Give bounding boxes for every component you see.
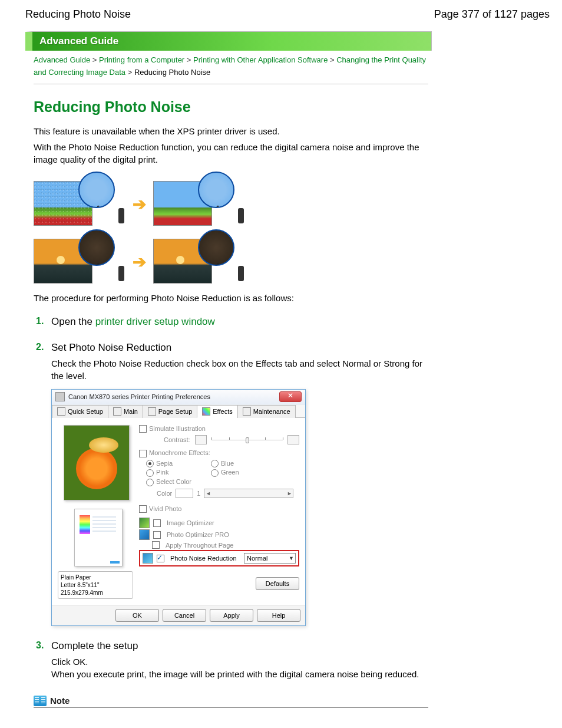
dialog-tabs: Quick Setup Main Page Setup Effects Main… (52, 404, 305, 418)
tab-icon (148, 407, 156, 416)
help-button[interactable]: Help (257, 609, 300, 622)
dialog-title: Canon MX870 series Printer Printing Pref… (68, 393, 276, 400)
tab-effects[interactable]: Effects (197, 405, 237, 418)
page-title: Reducing Photo Noise (34, 98, 428, 116)
image-optimizer-icon (139, 518, 150, 528)
paper-type: Plain Paper (61, 574, 130, 581)
printer-icon (55, 392, 65, 401)
color-value: 1 (197, 490, 200, 497)
color-swatch[interactable] (176, 489, 193, 498)
preview-page (74, 509, 123, 566)
note-label: Note (50, 696, 70, 706)
preview-photo (64, 425, 130, 500)
noise-level-value: Normal (247, 555, 267, 562)
photo-optimizer-label: Photo Optimizer PRO (167, 531, 229, 538)
breadcrumb-link-advanced-guide[interactable]: Advanced Guide (34, 55, 90, 64)
radio-green-label: Green (221, 469, 239, 476)
step-2: 2. Set Photo Noise Reduction Check the P… (34, 342, 428, 626)
breadcrumb-link-printing-other-app[interactable]: Printing with Other Application Software (193, 55, 328, 64)
photo-noise-reduction-highlight: Photo Noise Reduction Normal ▼ (139, 550, 299, 566)
procedure-intro: The procedure for performing Photo Noise… (34, 292, 428, 304)
printer-driver-setup-link[interactable]: printer driver setup window (95, 316, 215, 327)
step-3-body-1: Click OK. (51, 655, 428, 668)
tab-maintenance[interactable]: Maintenance (237, 405, 296, 418)
monochrome-effects-checkbox[interactable] (139, 450, 147, 457)
tab-quick-setup[interactable]: Quick Setup (52, 405, 108, 418)
radio-select-color[interactable] (146, 479, 154, 486)
radio-sepia-label: Sepia (156, 460, 173, 467)
illus-magnifier-icon (78, 172, 115, 208)
illus-handle-icon (118, 266, 125, 284)
color-scrollbar[interactable]: ◄ ► (204, 489, 293, 498)
radio-blue-label: Blue (221, 460, 234, 467)
simulate-illustration-checkbox[interactable] (139, 425, 147, 433)
step-2-title: Set Photo Noise Reduction (51, 342, 428, 354)
breadcrumb-sep: > (330, 55, 335, 64)
apply-button[interactable]: Apply (210, 609, 253, 622)
photo-optimizer-checkbox[interactable] (153, 531, 161, 539)
noise-level-dropdown[interactable]: Normal ▼ (244, 553, 296, 564)
defaults-button[interactable]: Defaults (256, 577, 299, 590)
close-icon[interactable]: ✕ (279, 391, 302, 402)
step-3: 3. Complete the setup Click OK. When you… (34, 640, 428, 680)
contrast-slider[interactable] (211, 436, 283, 444)
page-header-title: Reducing Photo Noise (25, 8, 131, 21)
apply-throughout-checkbox[interactable] (152, 541, 160, 549)
photo-noise-icon (143, 553, 153, 564)
note-heading: Note (34, 694, 428, 708)
radio-pink-label: Pink (156, 469, 168, 476)
arrow-icon: ➔ (133, 195, 146, 214)
illus-magnifier-icon (78, 229, 115, 266)
photo-optimizer-icon (139, 529, 150, 540)
breadcrumb-current: Reducing Photo Noise (134, 68, 210, 77)
printer-preferences-dialog: Canon MX870 series Printer Printing Pref… (51, 389, 306, 626)
arrow-icon: ➔ (133, 252, 146, 272)
contrast-dark-icon (195, 435, 207, 444)
photo-noise-checkbox[interactable] (157, 555, 164, 562)
breadcrumb-link-printing-computer[interactable]: Printing from a Computer (99, 55, 184, 64)
photo-noise-label: Photo Noise Reduction (170, 555, 237, 562)
scroll-left-icon[interactable]: ◄ (204, 490, 211, 496)
scroll-right-icon[interactable]: ► (286, 490, 293, 496)
step-2-body: Check the Photo Noise Reduction check bo… (51, 357, 428, 382)
image-optimizer-checkbox[interactable] (153, 519, 161, 527)
paper-info: Plain Paper Letter 8.5"x11" 215.9x279.4m… (58, 571, 133, 599)
contrast-light-icon (287, 435, 299, 444)
illus-magnifier-icon (198, 172, 234, 208)
ok-button[interactable]: OK (115, 609, 159, 622)
step-number: 3. (36, 640, 44, 651)
contrast-label: Contrast: (164, 436, 190, 443)
step-1: 1. Open the printer driver setup window (34, 316, 428, 328)
radio-pink[interactable] (146, 469, 154, 477)
breadcrumb: Advanced Guide > Printing from a Compute… (34, 51, 428, 84)
tab-icon (57, 407, 65, 416)
tab-icon (243, 407, 251, 416)
note-icon (34, 696, 47, 706)
vivid-photo-checkbox[interactable] (139, 505, 147, 513)
image-optimizer-label: Image Optimizer (167, 519, 214, 526)
intro-paragraph-2: With the Photo Noise Reduction function,… (34, 141, 428, 166)
radio-sepia[interactable] (146, 460, 154, 467)
illus-handle-icon (238, 208, 245, 226)
step-3-title: Complete the setup (51, 640, 428, 652)
chevron-down-icon: ▼ (289, 555, 294, 561)
vivid-photo-label: Vivid Photo (149, 505, 181, 512)
page-header-count: Page 377 of 1127 pages (434, 8, 550, 21)
breadcrumb-sep: > (187, 55, 191, 64)
tab-page-setup[interactable]: Page Setup (143, 405, 198, 418)
tab-icon (202, 407, 210, 416)
breadcrumb-sep: > (92, 55, 97, 64)
intro-paragraph-1: This feature is unavailable when the XPS… (34, 125, 428, 137)
illus-handle-icon (118, 208, 125, 226)
step-3-body-2: When you execute print, the image will b… (51, 668, 428, 680)
tab-main[interactable]: Main (108, 405, 143, 418)
radio-green[interactable] (211, 469, 219, 477)
radio-blue[interactable] (211, 460, 219, 467)
paper-size: Letter 8.5"x11" 215.9x279.4mm (61, 581, 130, 597)
radio-select-color-label: Select Color (156, 478, 191, 485)
breadcrumb-sep: > (128, 68, 133, 77)
color-label: Color (157, 490, 172, 497)
step-1-prefix: Open the (51, 316, 95, 327)
tab-icon (113, 407, 121, 416)
cancel-button[interactable]: Cancel (163, 609, 206, 622)
